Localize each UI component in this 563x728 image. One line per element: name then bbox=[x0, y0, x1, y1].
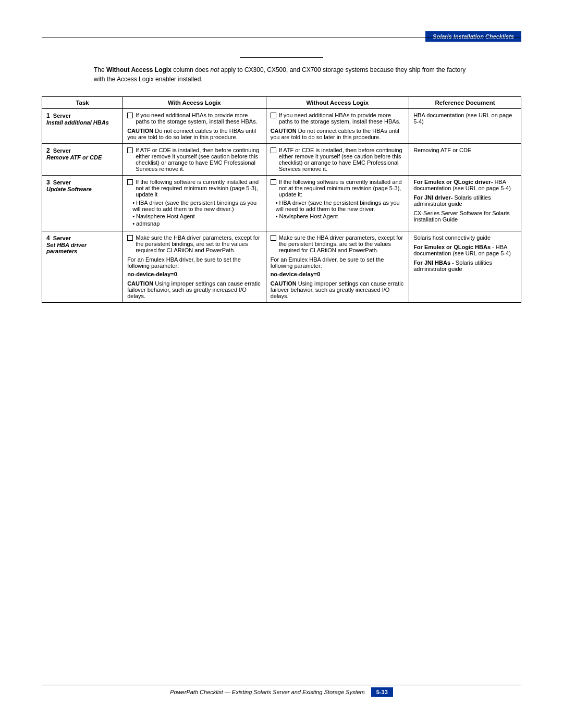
main-table: Task With Access Logix Without Access Lo… bbox=[42, 96, 521, 303]
ref-cell-1: HBA documentation (see URL on page 5-4) bbox=[409, 109, 521, 144]
cb-text: If ATF or CDE is installed, then before … bbox=[136, 147, 262, 172]
note-divider bbox=[240, 57, 323, 58]
ref-cell-2: Removing ATF or CDE bbox=[409, 144, 521, 176]
checkbox bbox=[271, 179, 276, 185]
checkbox-item: Make sure the HBA driver parameters, exc… bbox=[271, 235, 405, 253]
ref-text: For Emulex or QLogic driver- HBA documen… bbox=[413, 179, 517, 191]
footer: PowerPath Checklist — Existing Solaris S… bbox=[42, 687, 521, 697]
col-header-ref: Reference Document bbox=[409, 97, 521, 109]
cb-text: Make sure the HBA driver parameters, exc… bbox=[136, 235, 262, 253]
col-header-with: With Access Logix bbox=[123, 97, 266, 109]
row-num-4: 4 bbox=[46, 235, 50, 242]
checkbox-item: If the following software is currently i… bbox=[271, 179, 405, 198]
param-text: For an Emulex HBA driver, be sure to set… bbox=[271, 256, 405, 269]
list-item: HBA driver (save the persistent bindings… bbox=[132, 200, 262, 212]
list-item: admsnap bbox=[132, 220, 262, 227]
bullet-list: HBA driver (save the persistent bindings… bbox=[127, 200, 262, 227]
cb-text: If the following software is currently i… bbox=[279, 179, 405, 198]
list-item: HBA driver (save the persistent bindings… bbox=[276, 200, 405, 212]
footer-text: PowerPath Checklist — Existing Solaris S… bbox=[170, 689, 365, 695]
list-item: Navisphere Host Agent bbox=[132, 213, 262, 219]
row-subtitle-4: Set HBA driver parameters bbox=[46, 242, 87, 254]
note-text: The Without Access Logix column does not… bbox=[42, 65, 521, 84]
col-header-task: Task bbox=[42, 97, 123, 109]
table-row: 3 Server Update Software If the followin… bbox=[42, 176, 521, 231]
header-title: Solaris Installation Checklists bbox=[433, 33, 514, 40]
param-value: no-device-delay=0 bbox=[127, 271, 262, 277]
ref-cell-4: Solaris host connectivity guide For Emul… bbox=[409, 231, 521, 303]
table-row: 2 Server Remove ATF or CDE If ATF or CDE… bbox=[42, 144, 521, 176]
ref-text: For JNI driver- Solaris utilities admini… bbox=[413, 194, 517, 207]
checkbox-item: If ATF or CDE is installed, then before … bbox=[127, 147, 262, 172]
table-row: 1 Server Install additional HBAs If you … bbox=[42, 109, 521, 144]
param-value: no-device-delay=0 bbox=[271, 271, 405, 277]
without-cell-2: If ATF or CDE is installed, then before … bbox=[266, 144, 409, 176]
list-item: Navisphere Host Agent bbox=[276, 213, 405, 219]
checkbox-item: If you need additional HBAs to provide m… bbox=[271, 112, 405, 125]
checkbox bbox=[271, 147, 276, 153]
row-num-2: 2 bbox=[46, 147, 50, 154]
caution-text: CAUTION Using improper settings can caus… bbox=[271, 280, 405, 299]
col-header-without: Without Access Logix bbox=[266, 97, 409, 109]
caution-text: CAUTION Do not connect cables to the HBA… bbox=[271, 128, 405, 140]
row-title-3: Server bbox=[53, 179, 71, 186]
param-text: For an Emulex HBA driver, be sure to set… bbox=[127, 256, 262, 269]
checkbox-item: Make sure the HBA driver parameters, exc… bbox=[127, 235, 262, 253]
table-header-row: Task With Access Logix Without Access Lo… bbox=[42, 97, 521, 109]
header-bar: Solaris Installation Checklists bbox=[425, 31, 521, 42]
ref-text: For Emulex or QLogic HBAs - HBA document… bbox=[413, 244, 517, 256]
task-cell-4: 4 Server Set HBA driver parameters bbox=[42, 231, 123, 303]
without-cell-4: Make sure the HBA driver parameters, exc… bbox=[266, 231, 409, 303]
table-row: 4 Server Set HBA driver parameters Make … bbox=[42, 231, 521, 303]
header-line bbox=[42, 38, 521, 38]
checkbox-item: If ATF or CDE is installed, then before … bbox=[271, 147, 405, 172]
caution-text: CAUTION Using improper settings can caus… bbox=[127, 280, 262, 299]
with-cell-3: If the following software is currently i… bbox=[123, 176, 266, 231]
checkbox bbox=[127, 235, 133, 241]
with-cell-2: If ATF or CDE is installed, then before … bbox=[123, 144, 266, 176]
row-title-2: Server bbox=[53, 147, 71, 154]
task-cell-3: 3 Server Update Software bbox=[42, 176, 123, 231]
row-num-3: 3 bbox=[46, 179, 50, 186]
cb-text: If you need additional HBAs to provide m… bbox=[279, 112, 405, 125]
without-cell-3: If the following software is currently i… bbox=[266, 176, 409, 231]
footer-page: 5-33 bbox=[371, 687, 393, 697]
caution-text: CAUTION Do not connect cables to the HBA… bbox=[127, 128, 262, 140]
task-cell-1: 1 Server Install additional HBAs bbox=[42, 109, 123, 144]
cb-text: If the following software is currently i… bbox=[136, 179, 262, 198]
checkbox bbox=[127, 179, 133, 185]
row-num-1: 1 bbox=[46, 112, 50, 119]
checkbox bbox=[271, 235, 276, 241]
without-cell-1: If you need additional HBAs to provide m… bbox=[266, 109, 409, 144]
row-subtitle-3: Update Software bbox=[46, 186, 92, 192]
task-cell-2: 2 Server Remove ATF or CDE bbox=[42, 144, 123, 176]
row-subtitle-1: Install additional HBAs bbox=[46, 119, 109, 126]
cb-text: Make sure the HBA driver parameters, exc… bbox=[279, 235, 405, 253]
page-wrapper: Solaris Installation Checklists The With… bbox=[0, 0, 563, 728]
row-subtitle-2: Remove ATF or CDE bbox=[46, 154, 102, 161]
ref-text: For JNI HBAs - Solaris utilities adminis… bbox=[413, 260, 517, 272]
cb-text: If you need additional HBAs to provide m… bbox=[136, 112, 262, 125]
ref-text: Removing ATF or CDE bbox=[413, 147, 471, 153]
checkbox bbox=[127, 113, 133, 118]
with-cell-1: If you need additional HBAs to provide m… bbox=[123, 109, 266, 144]
checkbox-item: If you need additional HBAs to provide m… bbox=[127, 112, 262, 125]
note-section: The Without Access Logix column does not… bbox=[42, 57, 521, 84]
checkbox-item: If the following software is currently i… bbox=[127, 179, 262, 198]
with-cell-4: Make sure the HBA driver parameters, exc… bbox=[123, 231, 266, 303]
checkbox bbox=[127, 147, 133, 153]
row-title-1: Server bbox=[53, 113, 71, 119]
checkbox bbox=[271, 113, 276, 118]
ref-cell-3: For Emulex or QLogic driver- HBA documen… bbox=[409, 176, 521, 231]
ref-text: Solaris host connectivity guide bbox=[413, 235, 517, 241]
ref-text: HBA documentation (see URL on page 5-4) bbox=[413, 112, 512, 125]
bullet-list: HBA driver (save the persistent bindings… bbox=[271, 200, 405, 219]
footer-line bbox=[42, 685, 521, 685]
ref-text: CX-Series Server Software for Solaris In… bbox=[413, 210, 517, 223]
row-title-4: Server bbox=[53, 235, 71, 241]
cb-text: If ATF or CDE is installed, then before … bbox=[279, 147, 405, 172]
